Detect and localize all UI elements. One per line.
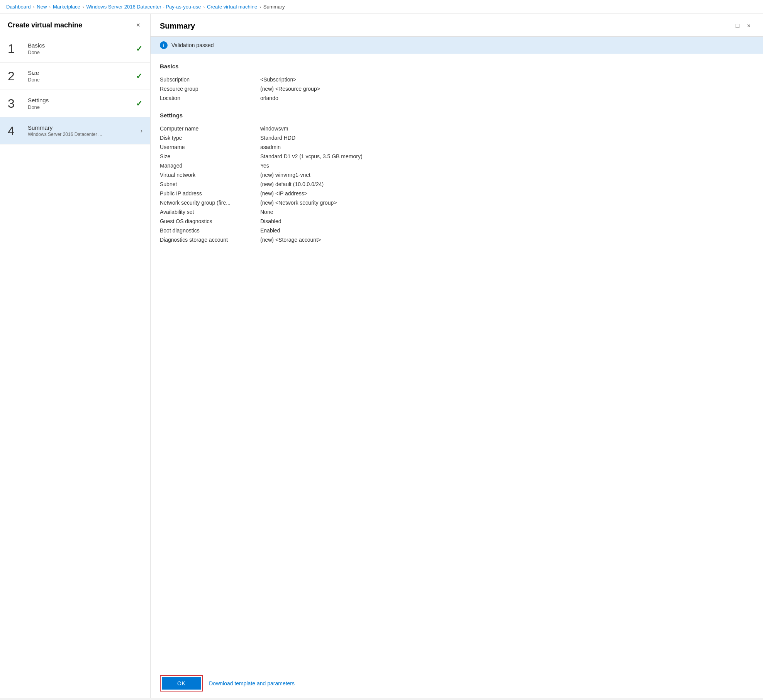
subnet-label: Subnet — [160, 181, 260, 187]
location-value: orlando — [260, 95, 754, 101]
step-1-name: Basics — [28, 42, 136, 49]
subscription-label: Subscription — [160, 76, 260, 83]
step-1-number: 1 — [8, 42, 23, 55]
right-panel-minimize-button[interactable]: □ — [732, 21, 743, 31]
virtual-network-value: (new) winvmrg1-vnet — [260, 172, 754, 178]
managed-value: Yes — [260, 163, 754, 169]
diagnostics-storage-label: Diagnostics storage account — [160, 237, 260, 243]
location-label: Location — [160, 95, 260, 101]
nsg-value: (new) <Network security group> — [260, 200, 754, 206]
settings-section-title: Settings — [160, 112, 754, 119]
breadcrumb-product[interactable]: Windows Server 2016 Datacenter - Pay-as-… — [86, 4, 201, 10]
validation-text: Validation passed — [171, 42, 214, 48]
step-3-name: Settings — [28, 97, 136, 103]
breadcrumb-sep-1: › — [33, 5, 35, 9]
public-ip-row: Public IP address (new) <IP address> — [160, 189, 754, 198]
step-1-basics[interactable]: 1 Basics Done ✓ — [0, 35, 150, 63]
step-3-check-icon: ✓ — [136, 99, 142, 108]
size-row: Size Standard D1 v2 (1 vcpus, 3.5 GB mem… — [160, 152, 754, 161]
username-row: Username asadmin — [160, 142, 754, 152]
basics-table: Subscription <Subscription> Resource gro… — [160, 75, 754, 103]
breadcrumb-sep-5: › — [259, 5, 261, 9]
validation-banner: i Validation passed — [151, 37, 763, 54]
step-2-status: Done — [28, 77, 136, 83]
managed-label: Managed — [160, 163, 260, 169]
breadcrumb-sep-2: › — [49, 5, 51, 9]
step-2-info: Size Done — [23, 69, 136, 83]
info-icon: i — [160, 41, 168, 49]
availability-set-row: Availability set None — [160, 207, 754, 217]
managed-row: Managed Yes — [160, 161, 754, 170]
availability-set-value: None — [260, 209, 754, 215]
computer-name-row: Computer name windowsvm — [160, 124, 754, 133]
steps-container: 1 Basics Done ✓ 2 Size Done ✓ 3 — [0, 35, 150, 698]
step-2-number: 2 — [8, 70, 23, 82]
right-panel-actions: □ × — [732, 21, 754, 31]
boot-diagnostics-row: Boot diagnostics Enabled — [160, 226, 754, 235]
subscription-row: Subscription <Subscription> — [160, 75, 754, 84]
ok-button-wrapper: OK — [160, 675, 203, 692]
resource-group-row: Resource group (new) <Resource group> — [160, 84, 754, 93]
guest-os-diagnostics-value: Disabled — [260, 218, 754, 224]
main-container: Create virtual machine × 1 Basics Done ✓… — [0, 14, 763, 698]
size-value: Standard D1 v2 (1 vcpus, 3.5 GB memory) — [260, 153, 754, 159]
step-4-summary[interactable]: 4 Summary Windows Server 2016 Datacenter… — [0, 117, 150, 144]
left-panel: Create virtual machine × 1 Basics Done ✓… — [0, 14, 151, 698]
subnet-row: Subnet (new) default (10.0.0.0/24) — [160, 180, 754, 189]
disk-type-value: Standard HDD — [260, 135, 754, 141]
step-3-settings[interactable]: 3 Settings Done ✓ — [0, 90, 150, 117]
step-2-name: Size — [28, 69, 136, 76]
summary-panel-title: Summary — [160, 22, 195, 31]
breadcrumb-dashboard[interactable]: Dashboard — [6, 4, 31, 10]
right-panel-footer: OK Download template and parameters — [151, 669, 763, 698]
virtual-network-label: Virtual network — [160, 172, 260, 178]
location-row: Location orlando — [160, 93, 754, 103]
breadcrumb-sep-4: › — [203, 5, 205, 9]
diagnostics-storage-row: Diagnostics storage account (new) <Stora… — [160, 235, 754, 244]
step-4-subtitle: Windows Server 2016 Datacenter ... — [28, 132, 141, 137]
guest-os-diagnostics-row: Guest OS diagnostics Disabled — [160, 217, 754, 226]
step-1-info: Basics Done — [23, 42, 136, 55]
left-panel-close-button[interactable]: × — [134, 21, 142, 29]
nsg-row: Network security group (fire... (new) <N… — [160, 198, 754, 207]
breadcrumb-summary: Summary — [263, 4, 285, 10]
right-panel: Summary □ × i Validation passed Basics S… — [151, 14, 763, 698]
virtual-network-row: Virtual network (new) winvmrg1-vnet — [160, 170, 754, 180]
left-panel-title: Create virtual machine — [8, 21, 82, 29]
step-1-check-icon: ✓ — [136, 44, 142, 53]
step-3-number: 3 — [8, 97, 23, 110]
step-3-info: Settings Done — [23, 97, 136, 110]
right-panel-header: Summary □ × — [151, 14, 763, 37]
diagnostics-storage-value: (new) <Storage account> — [260, 237, 754, 243]
settings-table: Computer name windowsvm Disk type Standa… — [160, 124, 754, 244]
step-4-chevron-icon: › — [141, 127, 142, 134]
step-3-status: Done — [28, 104, 136, 110]
step-2-size[interactable]: 2 Size Done ✓ — [0, 63, 150, 90]
left-panel-header: Create virtual machine × — [0, 14, 150, 35]
subnet-value: (new) default (10.0.0.0/24) — [260, 181, 754, 187]
download-template-link[interactable]: Download template and parameters — [209, 680, 295, 686]
breadcrumb-sep-3: › — [83, 5, 84, 9]
disk-type-row: Disk type Standard HDD — [160, 133, 754, 142]
computer-name-label: Computer name — [160, 125, 260, 132]
computer-name-value: windowsvm — [260, 125, 754, 132]
guest-os-diagnostics-label: Guest OS diagnostics — [160, 218, 260, 224]
availability-set-label: Availability set — [160, 209, 260, 215]
username-value: asadmin — [260, 144, 754, 150]
right-panel-close-button[interactable]: × — [744, 21, 754, 31]
public-ip-value: (new) <IP address> — [260, 190, 754, 197]
basics-section-title: Basics — [160, 63, 754, 69]
step-1-status: Done — [28, 49, 136, 55]
nsg-label: Network security group (fire... — [160, 200, 260, 206]
breadcrumb-create-vm[interactable]: Create virtual machine — [207, 4, 257, 10]
subscription-value: <Subscription> — [260, 76, 754, 83]
breadcrumb-new[interactable]: New — [37, 4, 47, 10]
public-ip-label: Public IP address — [160, 190, 260, 197]
ok-button[interactable]: OK — [162, 677, 201, 690]
step-2-check-icon: ✓ — [136, 71, 142, 81]
step-4-info: Summary Windows Server 2016 Datacenter .… — [23, 124, 141, 137]
step-4-number: 4 — [8, 125, 23, 137]
boot-diagnostics-label: Boot diagnostics — [160, 227, 260, 234]
boot-diagnostics-value: Enabled — [260, 227, 754, 234]
breadcrumb-marketplace[interactable]: Marketplace — [53, 4, 80, 10]
